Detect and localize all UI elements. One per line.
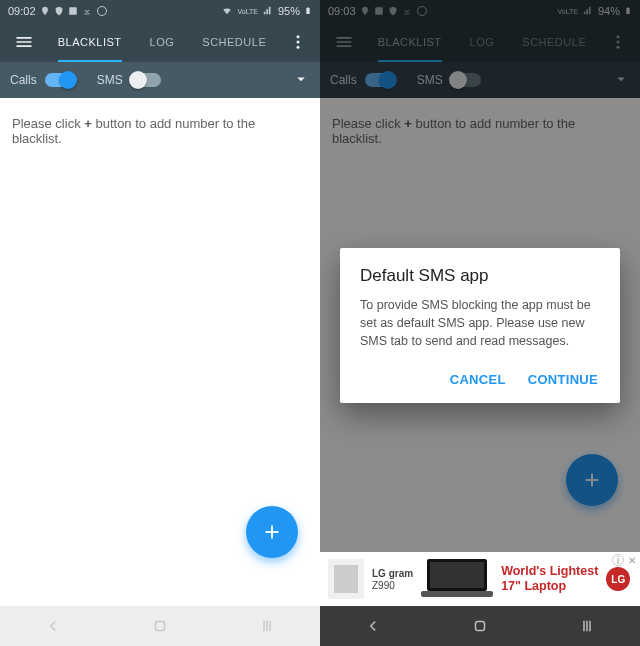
ad-info-icon[interactable]: i	[612, 554, 624, 566]
download-icon	[82, 6, 92, 16]
ad-banner[interactable]: LG gram Z990 World's Lightest 17" Laptop…	[320, 552, 640, 606]
ad-close-icon[interactable]: ✕	[626, 554, 638, 566]
svg-rect-2	[306, 8, 309, 14]
calls-label: Calls	[10, 73, 37, 87]
tab-label: BLACKLIST	[58, 36, 122, 48]
menu-button[interactable]	[4, 22, 44, 62]
filter-toggle-bar: Calls SMS	[0, 62, 320, 98]
screenshot-left: 09:02	[0, 0, 320, 646]
battery-text: 95%	[278, 5, 300, 17]
battery-icon	[304, 5, 312, 17]
ad-brand-line: Z990	[372, 580, 413, 591]
svg-rect-3	[307, 7, 308, 8]
chevron-down-icon[interactable]	[292, 70, 310, 91]
nav-recents-button[interactable]	[557, 617, 617, 635]
shield-icon	[54, 6, 64, 16]
nav-back-button[interactable]	[343, 617, 403, 635]
nav-recents-button[interactable]	[237, 617, 297, 635]
svg-rect-0	[69, 7, 77, 15]
tab-log[interactable]: LOG	[136, 22, 189, 62]
tab-blacklist[interactable]: BLACKLIST	[44, 22, 136, 62]
ad-brand-line: LG gram	[372, 568, 413, 579]
tab-label: SCHEDULE	[202, 36, 266, 48]
add-fab[interactable]	[246, 506, 298, 558]
app-bar: BLACKLIST LOG SCHEDULE	[0, 22, 320, 62]
svg-rect-7	[155, 622, 164, 631]
svg-point-1	[97, 7, 106, 16]
plus-icon: +	[84, 116, 92, 131]
svg-rect-15	[475, 622, 484, 631]
svg-point-4	[297, 35, 300, 38]
badge-icon	[96, 5, 108, 17]
svg-point-5	[297, 41, 300, 44]
sms-toggle[interactable]	[131, 73, 161, 87]
overflow-menu-button[interactable]	[280, 22, 316, 62]
ad-brand: LG gram Z990	[372, 568, 413, 591]
tab-label: LOG	[150, 36, 175, 48]
status-bar: 09:02	[0, 0, 320, 22]
default-sms-dialog: Default SMS app To provide SMS blocking …	[340, 248, 620, 403]
wifi-icon	[221, 6, 233, 16]
screenshot-right: 09:03 VoLTE 94% BLACKLIST LOG SCHED	[320, 0, 640, 646]
svg-point-6	[297, 46, 300, 49]
dialog-title: Default SMS app	[360, 266, 600, 286]
ad-product-image	[328, 559, 364, 599]
location-icon	[40, 6, 50, 16]
dialog-body: To provide SMS blocking the app must be …	[360, 296, 600, 350]
dialog-continue-button[interactable]: CONTINUE	[526, 366, 600, 393]
calls-toggle[interactable]	[45, 73, 75, 87]
sms-label: SMS	[97, 73, 123, 87]
content-area: Please click + button to add number to t…	[0, 98, 320, 606]
volte-icon: VoLTE	[237, 8, 258, 15]
nav-back-button[interactable]	[23, 617, 83, 635]
nav-home-button[interactable]	[130, 617, 190, 635]
android-nav-bar	[0, 606, 320, 646]
dialog-cancel-button[interactable]: CANCEL	[448, 366, 508, 393]
ad-headline-line: World's Lightest	[501, 564, 598, 579]
status-time: 09:02	[8, 5, 36, 17]
image-icon	[68, 6, 78, 16]
nav-home-button[interactable]	[450, 617, 510, 635]
ad-headline-line: 17" Laptop	[501, 579, 598, 594]
ad-logo: LG	[606, 567, 630, 591]
signal-icon	[262, 6, 274, 16]
ad-laptop-image	[421, 557, 493, 601]
tab-schedule[interactable]: SCHEDULE	[188, 22, 280, 62]
android-nav-bar	[320, 606, 640, 646]
hint-text: Please click	[12, 116, 84, 131]
ad-headline: World's Lightest 17" Laptop	[501, 564, 598, 594]
empty-hint: Please click + button to add number to t…	[12, 116, 308, 146]
